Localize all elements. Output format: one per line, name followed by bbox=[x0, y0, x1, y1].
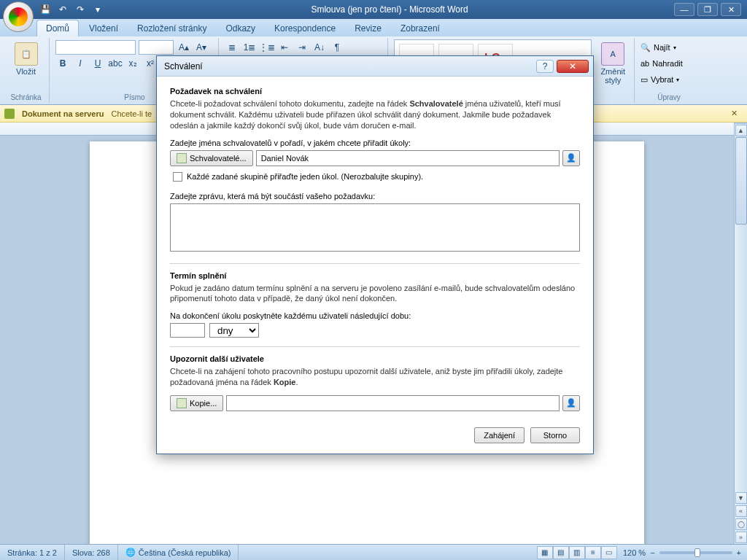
addressbook-icon bbox=[177, 398, 187, 408]
fullscreen-reading-view-button[interactable]: ▤ bbox=[553, 546, 569, 559]
dialog-help-button[interactable]: ? bbox=[536, 60, 554, 73]
draft-view-button[interactable]: ▭ bbox=[601, 546, 617, 559]
scroll-track[interactable] bbox=[735, 137, 747, 491]
zoom-control: 120 % − + bbox=[617, 548, 747, 557]
title-bar: 💾 ↶ ↷ ▾ Smlouva (jen pro čtení) - Micros… bbox=[0, 0, 747, 19]
outdent-button[interactable]: ⇤ bbox=[277, 40, 292, 55]
bullets-button[interactable]: ≣ bbox=[225, 40, 239, 55]
print-layout-view-button[interactable]: ▦ bbox=[537, 546, 553, 559]
save-icon[interactable]: 💾 bbox=[38, 2, 53, 17]
next-page-icon[interactable]: » bbox=[735, 532, 747, 543]
section-due-heading: Termín splnění bbox=[170, 271, 580, 280]
bold-button[interactable]: B bbox=[55, 56, 70, 71]
select-icon: ▭ bbox=[640, 75, 648, 85]
change-styles-label: Změnit styly bbox=[600, 67, 625, 85]
multilevel-button[interactable]: ⋮≣ bbox=[260, 40, 274, 55]
start-button[interactable]: Zahájení bbox=[474, 427, 525, 443]
zoom-value[interactable]: 120 % bbox=[623, 548, 646, 557]
redo-icon[interactable]: ↷ bbox=[73, 2, 88, 17]
tab-references[interactable]: Odkazy bbox=[217, 20, 264, 36]
paste-label: Vložit bbox=[16, 67, 36, 76]
vertical-scrollbar[interactable]: ▲ ▼ « ◯ » bbox=[734, 124, 747, 544]
approvers-picker-button[interactable]: Schvalovatelé... bbox=[170, 150, 253, 166]
tab-view[interactable]: Zobrazení bbox=[392, 20, 449, 36]
section-cc-heading: Upozornit další uživatele bbox=[170, 354, 580, 363]
group-single-task-checkbox[interactable] bbox=[173, 172, 182, 182]
dialog-titlebar[interactable]: Schválení ? ✕ bbox=[157, 56, 593, 77]
change-styles-icon: A bbox=[601, 42, 624, 66]
message-label: Zadejte zprávu, která má být součástí va… bbox=[170, 192, 580, 201]
tab-home[interactable]: Domů bbox=[36, 20, 79, 36]
group-single-task-label: Každé zadané skupině přiřaďte jeden úkol… bbox=[187, 172, 423, 181]
status-page[interactable]: Stránka: 1 z 2 bbox=[0, 545, 65, 560]
check-names-button[interactable]: 👤 bbox=[562, 150, 580, 166]
msgbar-close-icon[interactable]: ✕ bbox=[731, 109, 743, 118]
cc-input[interactable] bbox=[226, 395, 560, 411]
numbering-button[interactable]: 1≣ bbox=[242, 40, 257, 55]
change-styles-button[interactable]: A Změnit styly bbox=[596, 39, 630, 88]
office-button[interactable] bbox=[3, 1, 34, 32]
zoom-slider-knob[interactable] bbox=[694, 548, 700, 557]
replace-button[interactable]: Nahradit bbox=[652, 59, 683, 68]
scroll-thumb[interactable] bbox=[735, 137, 747, 225]
web-layout-view-button[interactable]: ▥ bbox=[569, 546, 585, 559]
section-approval-text: Chcete-li požadovat schválení tohoto dok… bbox=[170, 98, 580, 131]
subscript-button[interactable]: x₂ bbox=[125, 56, 140, 71]
qat-more-icon[interactable]: ▾ bbox=[90, 2, 105, 17]
duration-unit-select[interactable]: dny bbox=[209, 323, 259, 338]
view-buttons: ▦ ▤ ▥ ≡ ▭ bbox=[537, 546, 617, 559]
maximize-button[interactable]: ❐ bbox=[697, 3, 718, 16]
dialog-body: Požadavek na schválení Chcete-li požadov… bbox=[157, 77, 593, 454]
paste-button[interactable]: 📋 Vložit bbox=[7, 39, 44, 79]
outline-view-button[interactable]: ≡ bbox=[585, 546, 601, 559]
tab-layout[interactable]: Rozložení stránky bbox=[128, 20, 215, 36]
tab-review[interactable]: Revize bbox=[346, 20, 390, 36]
font-family-select[interactable] bbox=[55, 40, 136, 55]
indent-button[interactable]: ⇥ bbox=[295, 40, 309, 55]
shrink-font-icon[interactable]: A▾ bbox=[194, 40, 209, 55]
scroll-down-icon[interactable]: ▼ bbox=[735, 492, 747, 504]
divider bbox=[170, 346, 580, 347]
status-language[interactable]: 🌐 Čeština (Česká republika) bbox=[118, 545, 239, 560]
find-icon: 🔍 bbox=[640, 43, 651, 52]
zoom-out-button[interactable]: − bbox=[650, 548, 654, 557]
underline-button[interactable]: U bbox=[90, 56, 105, 71]
section-approval-heading: Požadavek na schválení bbox=[170, 87, 580, 96]
find-button[interactable]: Najít bbox=[654, 43, 670, 52]
dialog-title: Schválení bbox=[164, 61, 203, 71]
clipboard-icon: 📋 bbox=[15, 42, 38, 66]
dialog-close-button[interactable]: ✕ bbox=[557, 60, 589, 73]
zoom-slider[interactable] bbox=[659, 551, 732, 554]
check-names-button[interactable]: 👤 bbox=[562, 395, 580, 411]
approvers-input[interactable] bbox=[256, 150, 560, 166]
strike-button[interactable]: abc bbox=[108, 56, 123, 71]
close-window-button[interactable]: ✕ bbox=[721, 3, 741, 16]
status-words[interactable]: Slova: 268 bbox=[65, 545, 118, 560]
divider bbox=[170, 263, 580, 264]
scroll-up-icon[interactable]: ▲ bbox=[735, 125, 747, 136]
approval-dialog: Schválení ? ✕ Požadavek na schválení Chc… bbox=[156, 55, 594, 454]
zoom-in-button[interactable]: + bbox=[737, 548, 741, 557]
font-size-select[interactable] bbox=[139, 40, 174, 55]
request-message-textarea[interactable] bbox=[170, 203, 580, 252]
browse-object-icon[interactable]: ◯ bbox=[735, 518, 747, 530]
superscript-button[interactable]: x² bbox=[143, 56, 158, 71]
show-marks-button[interactable]: ¶ bbox=[330, 40, 344, 55]
server-doc-icon bbox=[4, 109, 15, 119]
select-button[interactable]: Vybrat bbox=[651, 75, 673, 84]
cancel-button[interactable]: Storno bbox=[530, 427, 580, 443]
grow-font-icon[interactable]: A▴ bbox=[177, 40, 191, 55]
undo-icon[interactable]: ↶ bbox=[55, 2, 70, 17]
section-due-text: Pokud je zadáno datum termínu splnění a … bbox=[170, 283, 580, 305]
minimize-button[interactable]: — bbox=[674, 3, 694, 16]
replace-icon: ab bbox=[640, 59, 649, 68]
duration-value-input[interactable] bbox=[170, 323, 205, 338]
prev-page-icon[interactable]: « bbox=[735, 505, 747, 517]
cc-picker-button[interactable]: Kopie... bbox=[170, 395, 223, 411]
tab-insert[interactable]: Vložení bbox=[80, 20, 127, 36]
server-doc-prompt: Chcete-li te bbox=[111, 109, 152, 118]
duration-label: Na dokončení úkolu poskytněte každému už… bbox=[170, 311, 580, 320]
sort-button[interactable]: A↓ bbox=[312, 40, 327, 55]
tab-mailings[interactable]: Korespondence bbox=[266, 20, 344, 36]
italic-button[interactable]: I bbox=[73, 56, 88, 71]
